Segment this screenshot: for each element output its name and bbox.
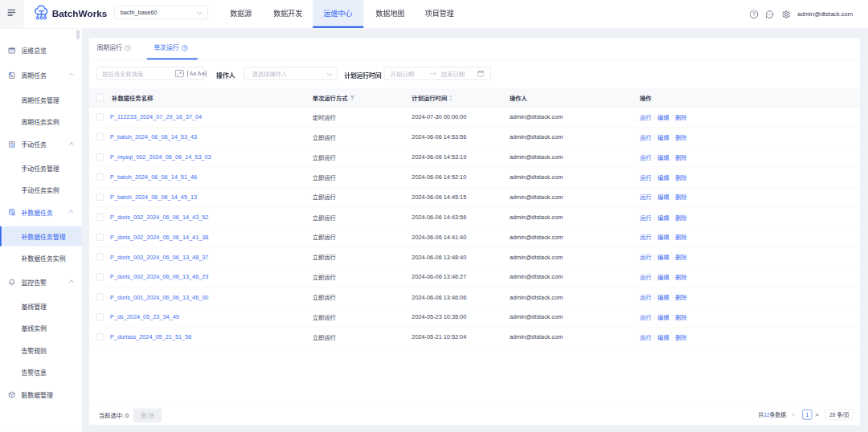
svg-text:Aa: Aa bbox=[198, 71, 205, 76]
svg-text:Aa: Aa bbox=[190, 71, 197, 76]
svg-text:?: ? bbox=[752, 11, 755, 17]
